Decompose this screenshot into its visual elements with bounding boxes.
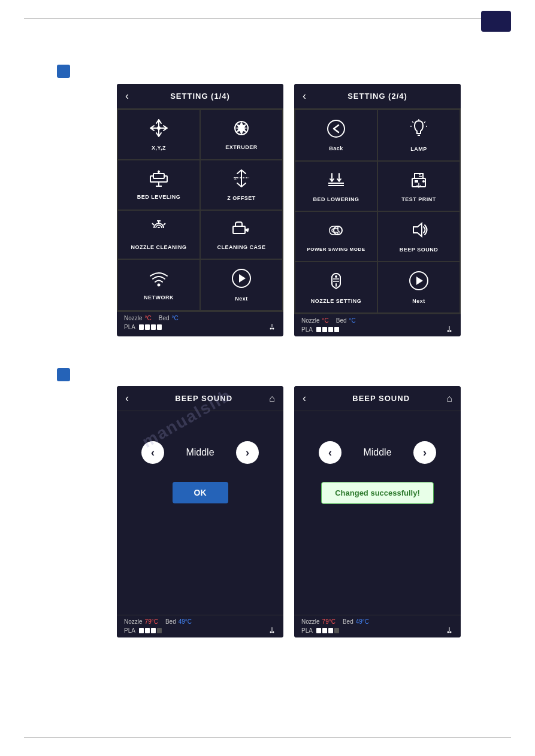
svg-rect-6: [233, 226, 245, 233]
back-button-1[interactable]: ‹: [125, 90, 138, 102]
top-right-indicator: [481, 11, 511, 32]
next-button-1[interactable]: Next: [201, 260, 282, 310]
section1-marker: [57, 65, 70, 78]
battery-b2: [316, 628, 339, 633]
nozzle-cleaning-icon: [149, 219, 169, 241]
network-button[interactable]: NETWORK: [118, 260, 200, 310]
svg-point-29: [335, 275, 337, 278]
bed-lowering-button[interactable]: BED LOWERING: [295, 162, 377, 211]
seg3d: [328, 628, 333, 633]
extruder-label: EXTRUDER: [225, 144, 258, 150]
beep-back-button-1[interactable]: ‹: [125, 392, 138, 405]
power-saving-label: POWER SAVING MODE: [307, 247, 365, 252]
svg-rect-3: [153, 174, 164, 178]
svg-marker-9: [239, 274, 246, 283]
lamp-button[interactable]: LAMP: [378, 110, 460, 160]
nozzle-label-b1: Nozzle: [124, 618, 143, 625]
seg2b: [322, 327, 327, 332]
extruder-button[interactable]: EXTRUDER: [201, 110, 282, 159]
network-status-b2: [445, 626, 454, 634]
xyz-button[interactable]: X,Y,Z: [118, 110, 200, 159]
filament-label-1: PLA: [124, 324, 135, 330]
top-rule: [24, 18, 511, 19]
back-button-2[interactable]: ‹: [303, 90, 316, 102]
beep-screen-1-title: BEEP SOUND: [138, 394, 269, 403]
svg-point-26: [422, 180, 425, 183]
svg-rect-25: [415, 180, 418, 183]
test-print-button[interactable]: TEST PRINT: [378, 162, 460, 211]
svg-line-18: [412, 122, 413, 123]
bed-lowering-icon: [326, 170, 346, 193]
bottom-rule: [24, 737, 511, 738]
network-status-2: [445, 325, 454, 333]
beep-prev-button-1[interactable]: ‹: [141, 441, 164, 464]
bed-label-b1: Bed: [165, 618, 176, 625]
beep-next-button-1[interactable]: ›: [236, 441, 259, 464]
beep-sound-button[interactable]: BEEP SOUND: [378, 212, 460, 261]
svg-line-19: [424, 122, 425, 123]
screens-row-2: ‹ BEEP SOUND ⌂ ‹ Middle › OK Nozzle 79°C…: [117, 386, 461, 637]
network-status-1: [268, 323, 276, 331]
bed-leveling-button[interactable]: BED LEVELING: [118, 160, 200, 210]
nozzle-temp-2: °C: [322, 317, 329, 324]
beep-next-button-2[interactable]: ›: [413, 441, 436, 464]
beep-screen-1: ‹ BEEP SOUND ⌂ ‹ Middle › OK Nozzle 79°C…: [117, 386, 283, 637]
beep-sound-icon: [409, 220, 429, 243]
next-icon-1: [231, 268, 252, 292]
success-message: Changed successfully!: [321, 482, 434, 504]
test-print-icon: [409, 170, 429, 193]
seg1: [139, 324, 144, 330]
test-print-label: TEST PRINT: [401, 196, 436, 202]
nozzle-temp-b2: 79°C: [322, 618, 335, 625]
setting-grid-2: Back LAMP: [294, 109, 461, 314]
beep-back-button-2[interactable]: ‹: [303, 392, 316, 405]
bed-temp-b1: 49°C: [179, 618, 192, 625]
screen2-status: Nozzle °C Bed °C PLA: [294, 314, 461, 336]
cleaning-case-label: CLEANING CASE: [217, 244, 265, 250]
bed-leveling-label: BED LEVELING: [137, 194, 181, 200]
battery-b1: [139, 628, 162, 633]
nozzle-label-b2: Nozzle: [301, 618, 320, 625]
nozzle-cleaning-button[interactable]: NOZZLE CLEANING: [118, 211, 200, 259]
home-button-1[interactable]: ⌂: [269, 393, 275, 404]
beep-prev-button-2[interactable]: ‹: [319, 441, 341, 464]
back-cell-icon: [327, 119, 346, 142]
setting-screen-1-header: ‹ SETTING (1/4): [117, 84, 283, 109]
nozzle-setting-button[interactable]: NOZZLE SETTING: [295, 262, 377, 312]
z-offset-label: Z OFFSET: [227, 195, 256, 201]
filament-label-b1: PLA: [124, 627, 135, 634]
power-saving-icon: [326, 221, 346, 243]
nozzle-cleaning-label: NOZZLE CLEANING: [131, 244, 187, 250]
extruder-icon: [232, 119, 250, 141]
home-button-2[interactable]: ⌂: [446, 393, 452, 404]
setting-screen-1-title: SETTING (1/4): [138, 92, 262, 101]
setting-screen-2-header: ‹ SETTING (2/4): [294, 84, 461, 109]
svg-marker-4: [157, 170, 161, 172]
setting-screen-2-title: SETTING (2/4): [316, 92, 439, 101]
power-saving-button[interactable]: POWER SAVING MODE: [295, 212, 377, 261]
next-label-2: Next: [412, 298, 425, 304]
z-offset-button[interactable]: Z Z OFFSET: [201, 160, 282, 210]
filament-label-b2: PLA: [301, 627, 313, 634]
bed-temp-b2: 49°C: [356, 618, 369, 625]
seg3: [151, 324, 156, 330]
next-button-2[interactable]: Next: [378, 262, 460, 312]
seg3b: [328, 327, 333, 332]
bed-label-2: Bed: [336, 317, 347, 324]
seg4d: [334, 628, 339, 633]
beep-screen-2-header: ‹ BEEP SOUND ⌂: [294, 386, 461, 411]
ok-button[interactable]: OK: [173, 482, 228, 503]
beep-value-2: Middle: [353, 447, 401, 458]
cleaning-case-icon: [231, 219, 252, 241]
setting-screen-2: ‹ SETTING (2/4) Back: [294, 84, 461, 336]
seg4: [157, 324, 162, 330]
seg2d: [322, 628, 327, 633]
nozzle-temp-b1: 79°C: [145, 618, 158, 625]
next-icon-2: [409, 271, 429, 294]
back-cell-button[interactable]: Back: [295, 110, 377, 160]
bed-temp-2: °C: [349, 317, 356, 324]
network-icon: [149, 269, 169, 291]
lamp-icon: [410, 119, 428, 142]
seg1b: [316, 327, 321, 332]
cleaning-case-button[interactable]: CLEANING CASE: [201, 211, 282, 259]
